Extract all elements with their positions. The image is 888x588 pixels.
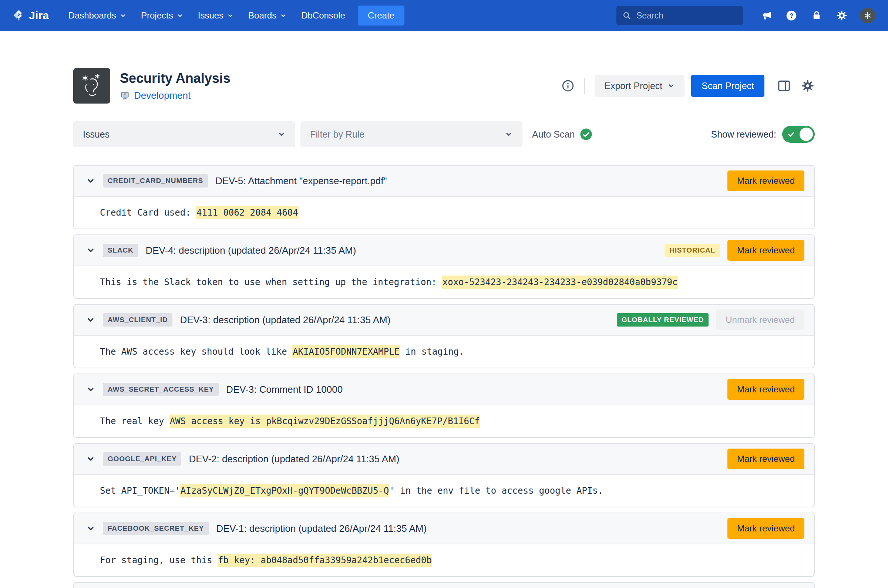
nav-menu-item[interactable]: Boards (241, 6, 294, 25)
finding-body: The real key AWS access key is pkBcqiwzv… (74, 405, 814, 437)
rule-badge: GOOGLE_API_KEY (103, 452, 181, 466)
project-header: Security Analysis Development (73, 68, 815, 104)
body-text: in staging. (400, 346, 464, 357)
finding-header: CREDIT_CARD_NUMBERS DEV-5: Attachment "e… (74, 166, 814, 197)
search-icon (622, 11, 632, 20)
review-action-button[interactable]: Mark reviewed (727, 448, 804, 469)
review-action-button[interactable]: Unmark reviewed (716, 309, 804, 330)
collapse-button[interactable] (84, 314, 97, 326)
announcements-button[interactable] (759, 9, 773, 22)
chevron-down-icon (667, 82, 675, 90)
search-input[interactable] (636, 11, 738, 21)
issues-select[interactable]: Issues (73, 121, 295, 147)
auto-scan-status: Auto Scan (532, 128, 592, 141)
review-action-button[interactable]: Mark reviewed (727, 240, 804, 261)
body-text: ' in the env file to access google APIs. (389, 486, 603, 496)
finding-card-partial (73, 582, 815, 588)
finding-body: Set API_TOKEN='AIzaSyCLWjZ0_ETxgPOxH-gQY… (74, 475, 814, 507)
jira-logo[interactable]: Jira (13, 9, 49, 22)
gear-icon (801, 79, 815, 93)
nav-item-label: Projects (141, 10, 173, 21)
chevron-down-icon (177, 13, 183, 19)
chevron-down-icon (280, 13, 286, 19)
nav-item-label: Dashboards (68, 10, 116, 21)
rule-filter-select[interactable]: Filter by Rule (301, 121, 523, 147)
megaphone-icon (760, 10, 772, 21)
help-button[interactable]: ? (784, 9, 798, 22)
create-button[interactable]: Create (358, 6, 404, 26)
search-box[interactable] (616, 6, 743, 25)
body-text: Set API_TOKEN=' (100, 486, 180, 496)
finding-body: Credit Card used: 4111 0062 2084 4604 (74, 197, 814, 228)
rule-badge: SLACK (103, 244, 138, 257)
secret-highlight: AIzaSyCLWjZ0_ETxgPOxH-gQYT9ODeWcBBZU5-Q (180, 484, 390, 497)
nav-menu-item[interactable]: Issues (191, 6, 241, 25)
scan-project-button[interactable]: Scan Project (691, 75, 765, 97)
findings-list: CREDIT_CARD_NUMBERS DEV-5: Attachment "e… (73, 165, 815, 577)
status-badge: HISTORICAL (664, 244, 720, 257)
finding-card: GOOGLE_API_KEY DEV-2: description (updat… (73, 443, 815, 507)
body-text: For staging, use this (100, 555, 218, 566)
title-block: Security Analysis Development (120, 70, 230, 101)
user-avatar[interactable] (860, 8, 875, 23)
chevron-down-icon (86, 454, 95, 464)
finding-card: SLACK DEV-4: description (updated 26/Apr… (73, 234, 815, 299)
security-button[interactable] (810, 9, 823, 22)
review-action-button[interactable]: Mark reviewed (727, 379, 804, 400)
gear-icon (836, 10, 847, 21)
finding-title: DEV-5: Attachment "expense-report.pdf" (215, 175, 387, 187)
body-text: The AWS access key should look like (100, 346, 292, 357)
chevron-down-icon (86, 315, 95, 324)
page-title: Security Analysis (120, 70, 230, 86)
check-icon (787, 130, 795, 138)
avatar-snowflake-icon (863, 11, 873, 20)
show-reviewed-label: Show reviewed: (711, 129, 776, 140)
nav-right: ? (616, 6, 875, 25)
brand-name: Jira (29, 9, 49, 22)
chevron-down-icon (86, 385, 95, 394)
header-actions: Export Project Scan Project (561, 75, 815, 97)
rule-badge: AWS_SECRET_ACCESS_KEY (103, 383, 219, 396)
project-link[interactable]: Development (134, 90, 191, 101)
settings-button[interactable] (835, 9, 849, 22)
issues-select-value: Issues (83, 129, 110, 140)
show-reviewed-toggle[interactable] (782, 126, 815, 143)
review-action-button[interactable]: Mark reviewed (727, 171, 804, 191)
rule-badge: AWS_CLIENT_ID (103, 313, 173, 327)
finding-title: DEV-1: description (updated 26/Apr/24 11… (216, 523, 427, 534)
nav-menu-item[interactable]: Projects (134, 6, 191, 25)
secret-highlight: 4111 0062 2084 4604 (196, 206, 299, 219)
secret-highlight: AKIAIO5FODNN7EXAMPLE (292, 345, 400, 358)
info-icon (561, 79, 575, 93)
export-project-button[interactable]: Export Project (595, 75, 685, 97)
chevron-down-icon (86, 524, 95, 533)
finding-header: AWS_SECRET_ACCESS_KEY DEV-3: Comment ID … (74, 374, 814, 405)
collapse-button[interactable] (84, 453, 97, 465)
collapse-button[interactable] (84, 522, 97, 535)
vertical-divider (584, 78, 585, 94)
monitor-icon (120, 91, 130, 100)
top-nav: Jira Dashboards Projects Issues Boards D… (0, 0, 888, 31)
nav-menu-item[interactable]: DbConsole (294, 6, 353, 25)
secret-highlight: fb key: ab048ad50ffa33959a242b1ecec6ed0b (218, 554, 432, 567)
nav-item-label: Boards (248, 10, 276, 21)
finding-header: FACEBOOK_SECRET_KEY DEV-1: description (… (74, 513, 814, 544)
project-avatar-art-icon (78, 72, 105, 99)
nav-item-label: Issues (198, 10, 224, 21)
filter-row: Issues Filter by Rule Auto Scan Show rev… (73, 121, 815, 147)
nav-item-label: DbConsole (301, 10, 345, 21)
nav-menu-item[interactable]: Dashboards (61, 6, 134, 25)
chevron-down-icon (227, 13, 233, 19)
secret-highlight: AWS access key is pkBcqiwzv29DEzGSSoafjj… (170, 414, 480, 428)
page-settings-button[interactable] (801, 79, 815, 93)
svg-text:?: ? (790, 12, 794, 19)
toggle-knob (799, 128, 813, 141)
collapse-button[interactable] (84, 174, 97, 187)
review-action-button[interactable]: Mark reviewed (727, 518, 804, 539)
side-panel-toggle-button[interactable] (777, 79, 791, 93)
chevron-down-icon (278, 130, 285, 138)
finding-body: For staging, use this fb key: ab048ad50f… (74, 544, 814, 576)
collapse-button[interactable] (84, 383, 97, 396)
collapse-button[interactable] (84, 244, 97, 256)
info-button[interactable] (561, 79, 575, 93)
